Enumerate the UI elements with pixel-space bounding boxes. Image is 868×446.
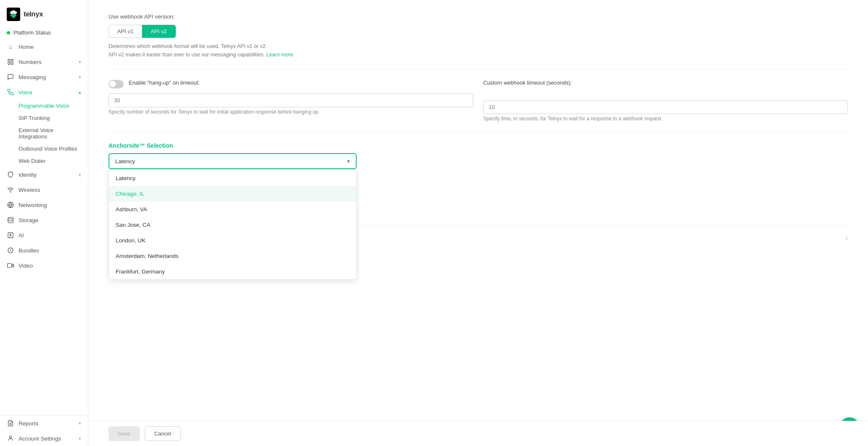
svg-point-15 bbox=[9, 436, 11, 438]
ai-icon bbox=[7, 231, 14, 239]
platform-status-item[interactable]: Platform Status bbox=[0, 26, 88, 39]
custom-webhook-description: Specify time, in seconds, for Telnyx to … bbox=[483, 116, 848, 122]
sidebar-item-label: Video bbox=[19, 263, 33, 269]
webhook-version-label: Use webhook API version: bbox=[108, 13, 848, 20]
sidebar-item-label: Bundles bbox=[19, 247, 39, 254]
svg-rect-12 bbox=[8, 263, 12, 267]
svg-rect-1 bbox=[8, 59, 10, 61]
logo-text: telnyx bbox=[24, 10, 43, 19]
sidebar-item-home[interactable]: ⌂ Home bbox=[0, 39, 88, 54]
sidebar-item-voice[interactable]: Voice ▴ bbox=[0, 85, 88, 100]
save-button[interactable]: Save bbox=[108, 426, 140, 441]
sidebar-item-numbers[interactable]: Numbers ▾ bbox=[0, 54, 88, 69]
custom-webhook-input[interactable] bbox=[483, 100, 848, 114]
sidebar-item-label: Voice bbox=[19, 89, 32, 96]
sidebar-item-label: Home bbox=[19, 44, 34, 50]
svg-point-5 bbox=[10, 192, 11, 192]
networking-icon bbox=[7, 201, 14, 209]
sidebar-item-wireless[interactable]: Wireless bbox=[0, 182, 88, 197]
toggle-knob bbox=[109, 81, 116, 88]
messaging-icon bbox=[7, 73, 14, 81]
cancel-button[interactable]: Cancel bbox=[145, 426, 181, 441]
chevron-down-icon: ▾ bbox=[79, 74, 81, 80]
sidebar-item-video[interactable]: Video bbox=[0, 258, 88, 273]
select-chevron-icon: ▾ bbox=[347, 158, 350, 165]
webhook-description-line1: Determines which webhook format will be … bbox=[108, 43, 267, 49]
sidebar-item-networking[interactable]: Networking bbox=[0, 197, 88, 212]
svg-rect-4 bbox=[11, 62, 13, 64]
sidebar-item-label: Wireless bbox=[19, 187, 40, 193]
api-v1-button[interactable]: API v1 bbox=[108, 25, 142, 38]
webhook-version-section: Use webhook API version: API v1 API v2 D… bbox=[108, 13, 848, 59]
dropdown-item-amsterdam[interactable]: Amsterdam, Netherlands bbox=[109, 248, 356, 264]
subnav-sip-trunking[interactable]: SIP Trunking bbox=[19, 112, 88, 124]
hangup-label: Enable "hang-up" on timeout: bbox=[129, 80, 200, 86]
sidebar: telnyx Platform Status ⌂ Home Numbers ▾ … bbox=[0, 0, 88, 446]
identity-icon bbox=[7, 171, 14, 178]
dropdown-item-ashburn[interactable]: Ashburn, VA bbox=[109, 202, 356, 217]
numbers-icon bbox=[7, 58, 14, 66]
webhook-description-line2: API v2 makes it easier than ever to use … bbox=[108, 52, 265, 58]
svg-rect-3 bbox=[8, 62, 10, 64]
status-indicator bbox=[7, 31, 10, 35]
custom-webhook-section: Custom webhook timeout (seconds): Specif… bbox=[483, 80, 848, 122]
voice-subnav: Programmable Voice SIP Trunking External… bbox=[0, 100, 88, 167]
hangup-toggle-row: Enable "hang-up" on timeout: bbox=[108, 80, 473, 88]
svg-point-8 bbox=[8, 217, 13, 219]
subnav-outbound-voice-profiles[interactable]: Outbound Voice Profiles bbox=[19, 143, 88, 155]
hangup-description: Specify number of seconds for Telnyx to … bbox=[108, 109, 473, 115]
main-content: Use webhook API version: API v1 API v2 D… bbox=[88, 0, 868, 446]
anchorsite-section: Anchorsite™ Selection Latency ▾ Latency … bbox=[108, 142, 848, 169]
video-icon bbox=[7, 262, 14, 269]
sidebar-item-label: Messaging bbox=[19, 74, 46, 80]
sidebar-item-bundles[interactable]: Bundles bbox=[0, 243, 88, 258]
dropdown-item-san-jose[interactable]: San Jose, CA bbox=[109, 217, 356, 233]
home-icon: ⌂ bbox=[7, 43, 14, 50]
storage-icon bbox=[7, 216, 14, 224]
sidebar-item-identity[interactable]: Identity ▾ bbox=[0, 167, 88, 182]
sidebar-item-storage[interactable]: Storage bbox=[0, 212, 88, 228]
hangup-timeout-row: Enable "hang-up" on timeout: Specify num… bbox=[108, 80, 848, 122]
sidebar-bottom: Reports ▾ Account Settings ▾ bbox=[0, 415, 88, 446]
account-settings-icon bbox=[7, 435, 14, 442]
subnav-programmable-voice[interactable]: Programmable Voice bbox=[19, 100, 88, 112]
sidebar-item-label: Account Settings bbox=[19, 435, 61, 442]
hangup-input[interactable] bbox=[108, 93, 473, 107]
sidebar-item-label: Numbers bbox=[19, 59, 42, 65]
sidebar-item-label: Storage bbox=[19, 217, 38, 223]
dropdown-item-london[interactable]: London, UK bbox=[109, 233, 356, 248]
inbound-expand-icon[interactable]: › bbox=[845, 234, 848, 242]
learn-more-link[interactable]: Learn more bbox=[266, 52, 293, 58]
chevron-down-icon: ▾ bbox=[79, 59, 81, 65]
sidebar-item-label: Networking bbox=[19, 202, 47, 208]
anchorsite-selected-value: Latency bbox=[115, 158, 135, 165]
dropdown-item-latency[interactable]: Latency bbox=[109, 170, 356, 186]
anchorsite-select-wrapper: Latency ▾ Latency Chicago, IL Ashburn, V… bbox=[108, 153, 848, 169]
platform-status-label: Platform Status bbox=[13, 29, 51, 36]
hangup-toggle[interactable] bbox=[108, 80, 124, 88]
custom-webhook-label: Custom webhook timeout (seconds): bbox=[483, 80, 848, 86]
svg-marker-11 bbox=[12, 264, 14, 267]
webhook-description: Determines which webhook format will be … bbox=[108, 42, 848, 59]
anchorsite-label: Anchorsite™ Selection bbox=[108, 142, 848, 149]
chevron-up-icon: ▴ bbox=[79, 90, 81, 95]
sidebar-item-messaging[interactable]: Messaging ▾ bbox=[0, 69, 88, 85]
sidebar-item-account-settings[interactable]: Account Settings ▾ bbox=[0, 431, 88, 446]
dropdown-item-chicago[interactable]: Chicago, IL bbox=[109, 186, 356, 202]
sidebar-item-label: Identity bbox=[19, 172, 37, 178]
bottom-action-bar: Save Cancel bbox=[88, 421, 868, 446]
sidebar-item-reports[interactable]: Reports ▾ bbox=[0, 416, 88, 431]
anchorsite-select[interactable]: Latency ▾ bbox=[108, 153, 357, 169]
reports-icon bbox=[7, 419, 14, 427]
sidebar-item-ai[interactable]: AI bbox=[0, 228, 88, 243]
hangup-section: Enable "hang-up" on timeout: Specify num… bbox=[108, 80, 473, 122]
subnav-external-voice-integrations[interactable]: External Voice Integrations bbox=[19, 124, 88, 143]
api-v2-button[interactable]: API v2 bbox=[142, 25, 175, 38]
voice-icon bbox=[7, 88, 14, 96]
subnav-web-dialer[interactable]: Web Dialer bbox=[19, 155, 88, 167]
dropdown-item-frankfurt[interactable]: Frankfurt, Germany bbox=[109, 264, 356, 279]
divider-1 bbox=[108, 69, 848, 69]
divider-2 bbox=[108, 132, 848, 132]
chevron-down-icon: ▾ bbox=[79, 421, 81, 426]
svg-rect-2 bbox=[11, 59, 13, 61]
